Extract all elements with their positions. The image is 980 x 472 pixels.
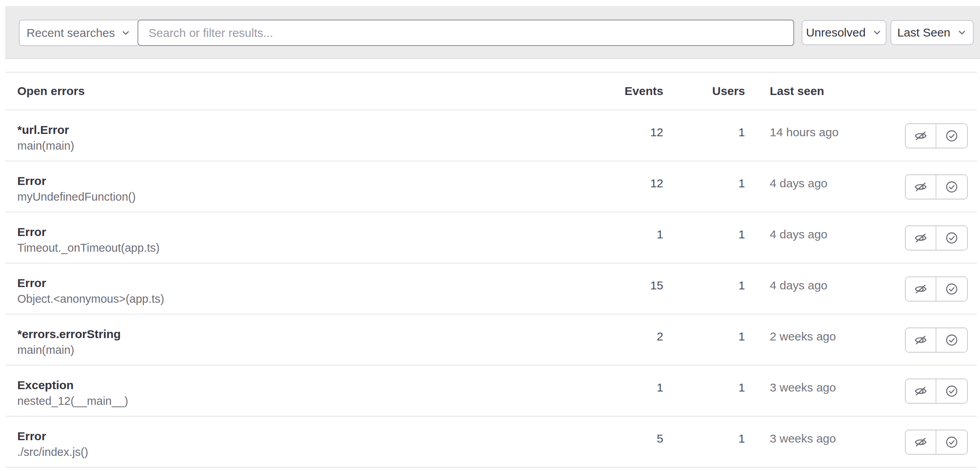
last-seen-time: 4 days ago	[745, 161, 899, 190]
eye-slash-icon	[914, 129, 928, 143]
row-actions	[899, 366, 977, 404]
ignore-button[interactable]	[906, 226, 936, 250]
ignore-button[interactable]	[906, 430, 936, 454]
check-circle-icon	[945, 282, 959, 296]
check-circle-icon	[945, 333, 959, 347]
column-header-events: Events	[616, 84, 663, 98]
table-row[interactable]: *errors.errorString main(main) 2 1 2 wee…	[5, 315, 977, 366]
column-header-users: Users	[663, 84, 745, 98]
issue-location: Timeout._onTimeout(app.ts)	[17, 240, 616, 256]
resolve-button[interactable]	[936, 328, 967, 352]
issue-title[interactable]: Exception	[17, 377, 616, 393]
sort-filter-button[interactable]: Last Seen	[890, 20, 974, 45]
row-action-group	[905, 430, 968, 455]
issue-summary[interactable]: Error ./src/index.js()	[5, 417, 616, 460]
issue-summary[interactable]: Error Object.<anonymous>(app.ts)	[5, 263, 616, 307]
table-row[interactable]: Error ./src/index.js() 5 1 3 weeks ago	[5, 417, 977, 468]
status-filter-label: Unresolved	[806, 26, 866, 39]
column-header-last-seen: Last seen	[745, 84, 899, 98]
status-filter-button[interactable]: Unresolved	[802, 20, 886, 45]
row-actions	[899, 161, 977, 199]
ignore-button[interactable]	[906, 328, 936, 352]
resolve-button[interactable]	[936, 430, 967, 454]
issue-summary[interactable]: *errors.errorString main(main)	[5, 315, 616, 358]
eye-slash-icon	[914, 282, 928, 296]
last-seen-time: 2 weeks ago	[745, 315, 899, 343]
row-action-group	[905, 327, 968, 353]
issue-title[interactable]: Error	[17, 275, 616, 291]
users-count: 1	[663, 315, 745, 343]
issue-summary[interactable]: *url.Error main(main)	[5, 110, 616, 154]
resolve-button[interactable]	[936, 226, 967, 250]
events-count: 5	[616, 417, 663, 445]
events-count: 2	[616, 315, 663, 343]
last-seen-time: 14 hours ago	[745, 110, 899, 139]
issue-location: nested_12(__main__)	[17, 393, 616, 409]
row-action-group	[905, 276, 968, 302]
recent-searches-dropdown[interactable]: Recent searches	[19, 20, 138, 46]
chevron-down-icon	[957, 27, 967, 38]
users-count: 1	[663, 161, 745, 190]
row-action-group	[905, 379, 968, 404]
table-row[interactable]: Error Object.<anonymous>(app.ts) 15 1 4 …	[5, 263, 977, 315]
issue-location: myUndefinedFunction()	[17, 189, 616, 205]
recent-searches-label: Recent searches	[26, 26, 115, 40]
users-count: 1	[663, 366, 745, 394]
resolve-button[interactable]	[936, 277, 967, 301]
issue-title[interactable]: Error	[17, 173, 616, 189]
sort-filter-label: Last Seen	[897, 26, 950, 39]
events-count: 12	[616, 161, 663, 190]
resolve-button[interactable]	[936, 124, 967, 148]
table-row[interactable]: Exception nested_12(__main__) 1 1 3 week…	[5, 366, 977, 417]
issue-title[interactable]: *url.Error	[17, 122, 616, 138]
resolve-button[interactable]	[936, 379, 967, 403]
ignore-button[interactable]	[906, 124, 936, 148]
issue-location: main(main)	[17, 342, 616, 358]
filter-bar: Recent searches Unresolved Last Seen	[5, 6, 980, 59]
resolve-button[interactable]	[936, 175, 967, 199]
issue-title[interactable]: *errors.errorString	[17, 326, 616, 342]
events-count: 1	[616, 366, 663, 394]
row-actions	[899, 263, 977, 302]
users-count: 1	[663, 212, 745, 241]
issue-location: Object.<anonymous>(app.ts)	[17, 291, 616, 307]
issue-summary[interactable]: Error myUndefinedFunction()	[5, 161, 616, 205]
error-table-body: *url.Error main(main) 12 1 14 hours ago	[5, 110, 977, 468]
search-input[interactable]	[138, 20, 794, 46]
last-seen-time: 3 weeks ago	[745, 366, 899, 394]
chevron-down-icon	[121, 28, 131, 38]
row-actions	[899, 315, 977, 353]
ignore-button[interactable]	[906, 175, 936, 199]
row-action-group	[905, 225, 968, 251]
events-count: 12	[616, 110, 663, 139]
issue-summary[interactable]: Exception nested_12(__main__)	[5, 366, 616, 409]
check-circle-icon	[945, 435, 959, 449]
chevron-down-icon	[872, 27, 882, 38]
issue-summary[interactable]: Error Timeout._onTimeout(app.ts)	[5, 212, 616, 256]
eye-slash-icon	[914, 435, 928, 449]
issue-location: ./src/index.js()	[17, 444, 616, 460]
ignore-button[interactable]	[906, 379, 936, 403]
issue-title[interactable]: Error	[17, 224, 616, 240]
row-actions	[899, 417, 977, 455]
column-header-open-errors: Open errors	[5, 84, 616, 98]
last-seen-time: 4 days ago	[745, 212, 899, 241]
row-action-group	[905, 174, 968, 199]
eye-slash-icon	[914, 333, 928, 347]
eye-slash-icon	[914, 231, 928, 245]
table-header-row: Open errors Events Users Last seen	[5, 73, 977, 110]
row-actions	[899, 212, 977, 251]
users-count: 1	[663, 110, 745, 139]
table-row[interactable]: *url.Error main(main) 12 1 14 hours ago	[5, 110, 977, 161]
issue-title[interactable]: Error	[17, 428, 616, 444]
error-table: Open errors Events Users Last seen *url.…	[5, 72, 977, 468]
check-circle-icon	[945, 231, 959, 245]
table-row[interactable]: Error Timeout._onTimeout(app.ts) 1 1 4 d…	[5, 212, 977, 263]
table-row[interactable]: Error myUndefinedFunction() 12 1 4 days …	[5, 161, 977, 212]
row-actions	[899, 110, 977, 148]
eye-slash-icon	[914, 384, 928, 398]
issues-page: Recent searches Unresolved Last Seen Ope…	[0, 0, 980, 472]
check-circle-icon	[945, 384, 959, 398]
issue-location: main(main)	[17, 138, 616, 154]
ignore-button[interactable]	[906, 277, 936, 301]
